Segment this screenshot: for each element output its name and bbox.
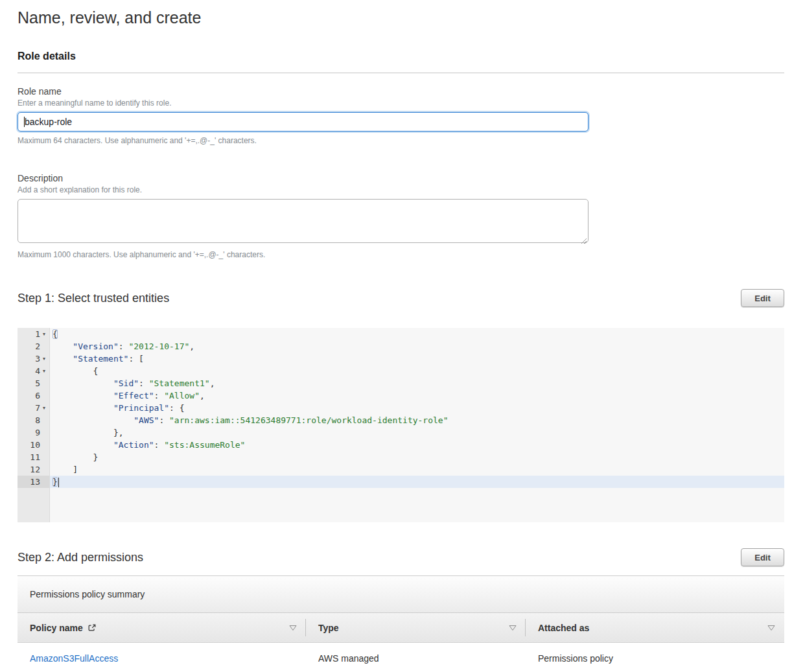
editor-code[interactable]: { "Version": "2012-10-17", "Statement": … xyxy=(50,328,784,522)
code-line[interactable]: ] xyxy=(50,463,784,476)
step2-header-row: Step 2: Add permissions Edit xyxy=(18,548,784,566)
description-field: Description Add a short explanation for … xyxy=(18,173,784,259)
column-header-type[interactable]: Type xyxy=(306,613,526,642)
code-line[interactable]: "Effect": "Allow", xyxy=(50,389,784,402)
step1-edit-button[interactable]: Edit xyxy=(741,289,784,307)
sort-icon xyxy=(289,625,297,631)
step1-header-row: Step 1: Select trusted entities Edit xyxy=(18,289,784,307)
attached-as-column-label: Attached as xyxy=(538,623,589,633)
role-details-heading: Role details xyxy=(18,51,784,62)
sort-icon xyxy=(767,625,775,631)
column-header-policy-name[interactable]: Policy name xyxy=(18,613,306,642)
attached-as-cell: Permissions policy xyxy=(526,653,784,664)
step2-heading: Step 2: Add permissions xyxy=(18,551,143,564)
table-row: AmazonS3FullAccess AWS managed Permissio… xyxy=(18,643,784,672)
role-name-constraint: Maximum 64 characters. Use alphanumeric … xyxy=(18,136,784,145)
code-line[interactable]: "Statement": [ xyxy=(50,353,784,365)
code-line[interactable]: "Version": "2012-10-17", xyxy=(50,340,784,353)
fold-arrow-icon[interactable]: ▾ xyxy=(40,328,48,340)
role-name-input[interactable]: backup-role xyxy=(18,112,589,132)
step1-heading: Step 1: Select trusted entities xyxy=(18,292,169,305)
external-link-icon xyxy=(88,623,97,632)
type-column-label: Type xyxy=(318,623,339,633)
description-constraint: Maximum 1000 characters. Use alphanumeri… xyxy=(18,250,784,259)
role-name-help: Enter a meaningful name to identify this… xyxy=(18,98,784,108)
description-help: Add a short explanation for this role. xyxy=(18,185,784,194)
code-line[interactable]: "AWS": "arn:aws:iam::541263489771:role/w… xyxy=(50,414,784,426)
code-line[interactable]: { xyxy=(50,328,784,340)
fold-arrow-icon[interactable]: ▾ xyxy=(40,365,48,377)
code-line[interactable]: "Principal": { xyxy=(50,402,784,414)
role-name-value: backup-role xyxy=(25,117,72,127)
policy-name-column-label: Policy name xyxy=(30,623,83,633)
section-divider xyxy=(18,73,784,73)
page-title: Name, review, and create xyxy=(18,8,784,27)
permissions-panel-title: Permissions policy summary xyxy=(18,575,784,613)
step2-edit-button[interactable]: Edit xyxy=(741,548,784,566)
policy-type-cell: AWS managed xyxy=(306,653,526,664)
code-line[interactable]: } xyxy=(50,476,784,488)
page-container: Name, review, and create Role details Ro… xyxy=(18,8,784,672)
description-label: Description xyxy=(18,173,784,183)
fold-arrow-icon[interactable]: ▾ xyxy=(40,353,48,365)
editor-caret xyxy=(58,478,59,487)
fold-arrow-icon[interactable]: ▾ xyxy=(40,402,48,414)
code-line[interactable]: }, xyxy=(50,426,784,439)
role-name-label: Role name xyxy=(18,86,784,97)
code-line[interactable]: "Sid": "Statement1", xyxy=(50,377,784,389)
column-header-attached-as[interactable]: Attached as xyxy=(526,613,784,642)
policy-name-cell: AmazonS3FullAccess xyxy=(18,653,306,664)
permissions-panel: Permissions policy summary Policy name xyxy=(18,575,784,672)
code-line[interactable]: "Action": "sts:AssumeRole" xyxy=(50,439,784,451)
trust-policy-editor[interactable]: 1▾2▾3▾4▾5▾6▾7▾8▾9▾10▾11▾12▾13▾ { "Versio… xyxy=(18,328,784,522)
policy-table-header: Policy name Type xyxy=(18,613,784,643)
editor-gutter: 1▾2▾3▾4▾5▾6▾7▾8▾9▾10▾11▾12▾13▾ xyxy=(18,328,50,522)
policy-name-link[interactable]: AmazonS3FullAccess xyxy=(30,653,118,664)
code-line[interactable]: { xyxy=(50,365,784,377)
sort-icon xyxy=(509,625,517,631)
role-name-field: Role name Enter a meaningful name to ide… xyxy=(18,86,784,145)
code-line[interactable]: } xyxy=(50,451,784,463)
description-textarea[interactable] xyxy=(18,199,589,243)
